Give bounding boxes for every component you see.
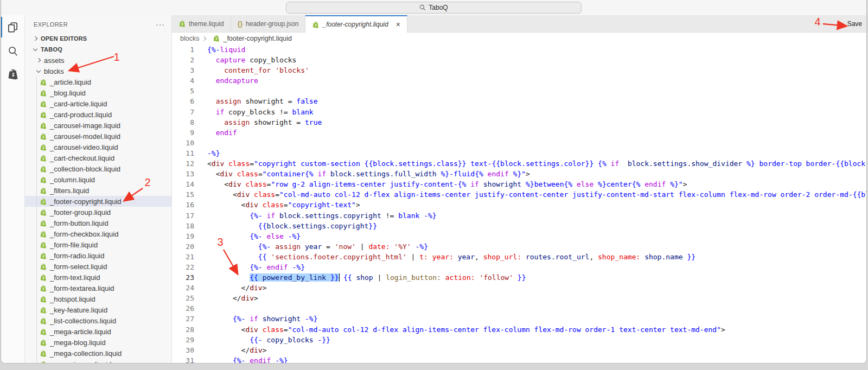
code-editor[interactable]: 1{%-liquid2capture copy_blocks3content_f… xyxy=(172,44,866,363)
file-label: _form-select.liquid xyxy=(50,263,107,271)
line-number: 10 xyxy=(172,138,194,148)
sidebar-file[interactable]: _form-file.liquid xyxy=(25,239,171,250)
chevron-right-icon xyxy=(33,36,37,41)
code-line[interactable]: 21{{ 'sections.footer.copyright_html' | … xyxy=(172,252,866,262)
sidebar-file[interactable]: _mega-collection.liquid xyxy=(25,348,171,359)
sidebar-file[interactable]: _mega-image.liquid xyxy=(25,359,171,363)
file-label: _list-collections.liquid xyxy=(50,317,116,325)
breadcrumb[interactable]: blocks _footer-copyright.liquid xyxy=(172,33,866,44)
code-line[interactable]: 8assign showright = true xyxy=(172,117,866,127)
tab-theme.liquid[interactable]: theme.liquid xyxy=(172,15,231,32)
activitybar-search[interactable] xyxy=(1,39,24,63)
sidebar-file[interactable]: _mega-article.liquid xyxy=(25,326,171,337)
file-label: _mega-collection.liquid xyxy=(50,349,122,358)
code-line[interactable]: 12<div class="copyright custom-section {… xyxy=(172,158,866,169)
sidebar-file[interactable]: _hotspot.liquid xyxy=(25,294,171,304)
code-line[interactable]: 23{{ powered_by_link }} {{ shop | login_… xyxy=(172,272,866,283)
chevron-right-icon xyxy=(36,58,41,62)
explorer-sidebar: EXPLORER ··· OPEN EDITORS TABOQ assets b… xyxy=(25,15,172,363)
activitybar-shopify[interactable] xyxy=(1,63,24,87)
file-label: _blog.liquid xyxy=(50,89,86,97)
file-label: _mega-image.liquid xyxy=(50,360,111,363)
code-line[interactable]: 26 xyxy=(172,303,866,314)
code-line[interactable]: 19{%- else -%} xyxy=(172,231,866,241)
shopify-liquid-icon xyxy=(40,361,47,363)
breadcrumb-folder[interactable]: blocks xyxy=(180,35,199,42)
sidebar-file[interactable]: _column.liquid xyxy=(25,174,171,185)
code-line[interactable]: 9endif xyxy=(172,127,866,138)
sidebar-file[interactable]: _key-feature.liquid xyxy=(25,304,171,315)
sidebar-file[interactable]: _blog.liquid xyxy=(25,87,171,98)
folder-blocks[interactable]: blocks xyxy=(25,66,171,76)
sidebar-file[interactable]: _form-button.liquid xyxy=(25,218,171,228)
code-line[interactable]: 5 xyxy=(172,86,866,96)
sidebar-file[interactable]: _carousel-video.liquid xyxy=(25,142,171,152)
code-line[interactable]: 10 xyxy=(172,138,866,148)
code-line[interactable]: 1{%-liquid xyxy=(172,44,866,55)
close-icon[interactable]: × xyxy=(396,21,400,28)
sidebar-file[interactable]: _card-product.liquid xyxy=(25,109,171,120)
shopify-liquid-icon xyxy=(40,252,47,259)
line-number: 31 xyxy=(172,355,194,363)
tab-header-group.json[interactable]: {}header-group.json xyxy=(231,15,306,32)
shopify-liquid-icon xyxy=(40,307,47,314)
sidebar-file[interactable]: _form-select.liquid xyxy=(25,261,171,272)
code-line[interactable]: 15<div class="col-md-auto col-12 d-flex … xyxy=(172,189,866,200)
breadcrumb-file[interactable]: _footer-copyright.liquid xyxy=(223,35,291,42)
tab-_footer-copyright.liquid[interactable]: _footer-copyright.liquid× xyxy=(305,15,407,33)
code-line[interactable]: 24</div> xyxy=(172,283,866,293)
line-number: 12 xyxy=(172,158,194,169)
activitybar-explorer[interactable] xyxy=(1,15,24,39)
code-line[interactable]: 30</div> xyxy=(172,345,866,355)
code-line[interactable]: 31{%- endif -%} xyxy=(172,355,866,363)
sidebar-file[interactable]: _form-checkbox.liquid xyxy=(25,228,171,239)
sidebar-file[interactable]: _form-radio.liquid xyxy=(25,250,171,261)
sidebar-file[interactable]: _form-text.liquid xyxy=(25,272,171,283)
code-line[interactable]: 3content_for 'blocks' xyxy=(172,65,866,75)
sidebar-file[interactable]: _form-textarea.liquid xyxy=(25,283,171,294)
sidebar-file[interactable]: _cart-checkout.liquid xyxy=(25,152,171,163)
code-line[interactable]: 18{{block.settings.copyright}} xyxy=(172,221,866,231)
file-label: _carousel-image.liquid xyxy=(50,122,120,130)
sidebar-file[interactable]: _carousel-image.liquid xyxy=(25,120,171,131)
code-line[interactable]: 4endcapture xyxy=(172,75,866,86)
code-line[interactable]: 22{%- endif -%} xyxy=(172,262,866,272)
code-line[interactable]: 25</div> xyxy=(172,293,866,303)
line-number: 4 xyxy=(172,75,194,86)
folder-assets[interactable]: assets xyxy=(25,55,171,66)
sidebar-file[interactable]: _carousel-model.liquid xyxy=(25,131,171,142)
command-center-search[interactable]: TaboQ xyxy=(286,2,582,14)
sidebar-file[interactable]: _card-article.liquid xyxy=(25,98,171,109)
code-line[interactable]: 16<div class="copyright-text"> xyxy=(172,200,866,210)
sidebar-file[interactable]: _footer-group.liquid xyxy=(25,207,171,218)
code-line[interactable]: 13<div class="container{% if block.setti… xyxy=(172,169,866,179)
code-line[interactable]: 27{%- if showright -%} xyxy=(172,314,866,324)
sidebar-file[interactable]: _collection-block.liquid xyxy=(25,163,171,174)
shopify-liquid-icon xyxy=(40,122,47,129)
shopify-liquid-icon xyxy=(40,187,47,194)
shopify-liquid-icon xyxy=(40,209,47,216)
workspace-root[interactable]: TABOQ xyxy=(25,44,171,55)
code-line[interactable]: 28<div class="col-md-auto col-12 d-flex … xyxy=(172,324,866,335)
line-number: 18 xyxy=(172,221,194,231)
code-line[interactable]: 7if copy_blocks != blank xyxy=(172,107,866,117)
explorer-more-icon[interactable]: ··· xyxy=(156,20,165,29)
file-label: _form-radio.liquid xyxy=(50,252,104,260)
open-editors-section[interactable]: OPEN EDITORS xyxy=(25,33,171,44)
save-button[interactable]: Save xyxy=(847,15,862,33)
code-line[interactable]: 6assign showright = false xyxy=(172,96,866,106)
shopify-liquid-icon xyxy=(213,35,220,42)
sidebar-file[interactable]: _filters.liquid xyxy=(25,185,171,196)
code-line[interactable]: 2capture copy_blocks xyxy=(172,55,866,65)
sidebar-file[interactable]: _list-collections.liquid xyxy=(25,315,171,326)
sidebar-file[interactable]: _mega-blog.liquid xyxy=(25,337,171,348)
shopify-liquid-icon xyxy=(40,144,47,151)
line-number: 24 xyxy=(172,283,194,293)
sidebar-file[interactable]: _footer-copyright.liquid xyxy=(25,196,171,207)
code-line[interactable]: 20{%- assign year = 'now' | date: '%Y' -… xyxy=(172,241,866,252)
code-line[interactable]: 14<div class="row g-2 align-items-center… xyxy=(172,179,866,189)
code-line[interactable]: 11-%} xyxy=(172,148,866,158)
sidebar-file[interactable]: _article.liquid xyxy=(25,76,171,87)
code-line[interactable]: 29{{- copy_blocks -}} xyxy=(172,335,866,345)
code-line[interactable]: 17{%- if block.settings.copyright != bla… xyxy=(172,210,866,221)
